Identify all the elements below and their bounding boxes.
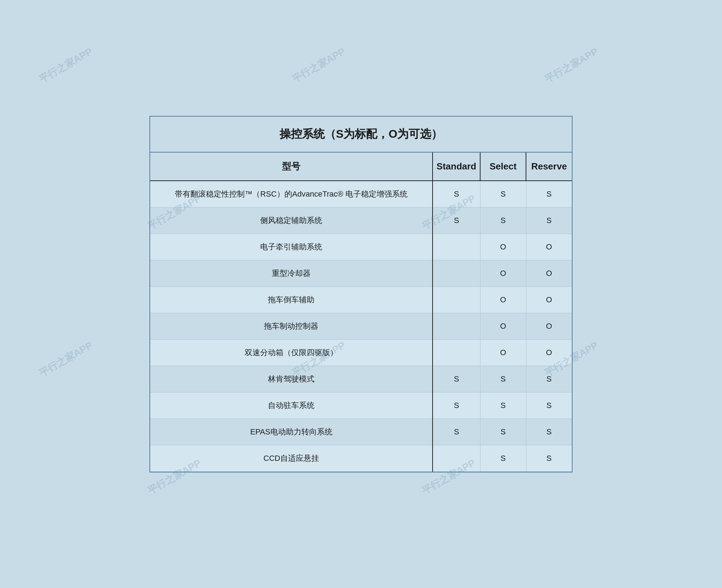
select-cell: S xyxy=(480,419,526,445)
feature-cell: 侧风稳定辅助系统 xyxy=(150,207,433,234)
table-row: 带有翻滚稳定性控制™（RSC）的AdvanceTrac® 电子稳定增强系统SSS xyxy=(150,181,572,208)
feature-cell: 重型冷却器 xyxy=(150,260,433,286)
feature-cell: 电子牵引辅助系统 xyxy=(150,234,433,260)
reserve-cell: S xyxy=(526,207,572,234)
feature-cell: 双速分动箱（仅限四驱版） xyxy=(150,339,433,366)
table-row: 自动驻车系统SSS xyxy=(150,392,572,419)
reserve-cell: S xyxy=(526,181,572,208)
feature-cell: EPAS电动助力转向系统 xyxy=(150,419,433,445)
reserve-cell: O xyxy=(526,313,572,339)
standard-cell xyxy=(433,339,480,366)
standard-cell xyxy=(433,260,480,286)
select-cell: O xyxy=(480,260,526,286)
select-cell: O xyxy=(480,234,526,260)
select-cell: S xyxy=(480,181,526,208)
standard-cell xyxy=(433,313,480,339)
select-cell: S xyxy=(480,445,526,471)
feature-cell: 林肯驾驶模式 xyxy=(150,366,433,392)
reserve-cell: O xyxy=(526,234,572,260)
standard-cell: S xyxy=(433,419,480,445)
reserve-cell: S xyxy=(526,392,572,419)
page-title: 操控系统（S为标配，O为可选） xyxy=(150,117,572,153)
table-row: 重型冷却器OO xyxy=(150,260,572,286)
select-cell: O xyxy=(480,313,526,339)
feature-cell: 自动驻车系统 xyxy=(150,392,433,419)
table-row: 侧风稳定辅助系统SSS xyxy=(150,207,572,234)
standard-cell: S xyxy=(433,392,480,419)
standard-cell xyxy=(433,286,480,313)
standard-cell: S xyxy=(433,181,480,208)
table-row: 拖车倒车辅助OO xyxy=(150,286,572,313)
select-cell: O xyxy=(480,339,526,366)
feature-cell: 拖车制动控制器 xyxy=(150,313,433,339)
reserve-column-header: Reserve xyxy=(526,153,572,181)
reserve-cell: S xyxy=(526,445,572,471)
select-cell: S xyxy=(480,366,526,392)
select-column-header: Select xyxy=(480,153,526,181)
reserve-cell: S xyxy=(526,366,572,392)
table-row: 拖车制动控制器OO xyxy=(150,313,572,339)
reserve-cell: O xyxy=(526,260,572,286)
main-container: 操控系统（S为标配，O为可选） 型号 Standard Select Reser… xyxy=(149,116,573,472)
standard-column-header: Standard xyxy=(433,153,480,181)
reserve-cell: O xyxy=(526,286,572,313)
table-row: 电子牵引辅助系统OO xyxy=(150,234,572,260)
table-row: EPAS电动助力转向系统SSS xyxy=(150,419,572,445)
standard-cell xyxy=(433,234,480,260)
table-row: CCD自适应悬挂SS xyxy=(150,445,572,471)
feature-cell: 拖车倒车辅助 xyxy=(150,286,433,313)
feature-cell: CCD自适应悬挂 xyxy=(150,445,433,471)
standard-cell: S xyxy=(433,207,480,234)
standard-cell: S xyxy=(433,366,480,392)
feature-column-header: 型号 xyxy=(150,153,433,181)
table-header-row: 型号 Standard Select Reserve xyxy=(150,153,572,181)
feature-table: 型号 Standard Select Reserve 带有翻滚稳定性控制™（RS… xyxy=(150,153,572,472)
reserve-cell: O xyxy=(526,339,572,366)
table-row: 林肯驾驶模式SSS xyxy=(150,366,572,392)
standard-cell xyxy=(433,445,480,471)
select-cell: S xyxy=(480,392,526,419)
select-cell: O xyxy=(480,286,526,313)
table-row: 双速分动箱（仅限四驱版）OO xyxy=(150,339,572,366)
feature-cell: 带有翻滚稳定性控制™（RSC）的AdvanceTrac® 电子稳定增强系统 xyxy=(150,181,433,208)
select-cell: S xyxy=(480,207,526,234)
reserve-cell: S xyxy=(526,419,572,445)
